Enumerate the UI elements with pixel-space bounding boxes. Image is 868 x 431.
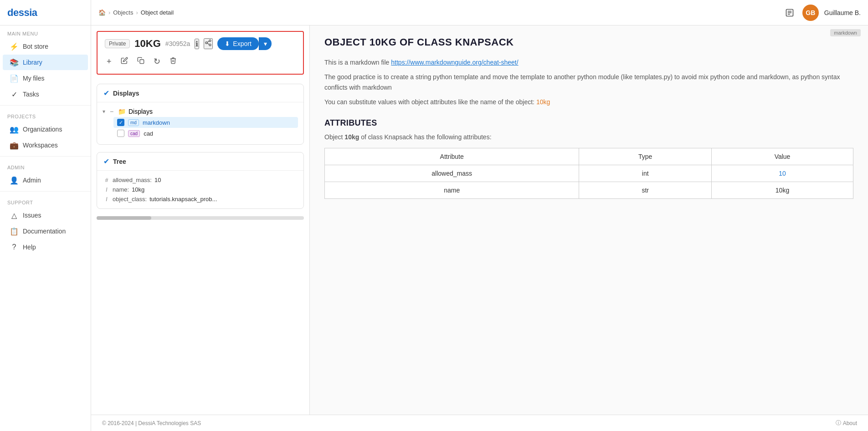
panel-scrollbar[interactable] <box>97 216 304 220</box>
tree-key-0: allowed_mass: <box>113 177 152 183</box>
attr-name-0: allowed_mass <box>325 165 579 182</box>
export-caret-button[interactable]: ▾ <box>259 37 272 50</box>
attr-name-1: name <box>325 182 579 198</box>
sidebar-item-organizations[interactable]: 👥 Organizations <box>3 122 88 137</box>
tree-item-0: # allowed_mass: 10 <box>103 175 297 185</box>
toolbar-row-2: + ↻ <box>105 55 296 68</box>
sidebar-item-library[interactable]: 📚 Library <box>3 55 88 70</box>
sidebar-item-label: My files <box>23 75 44 82</box>
sidebar-item-label: Documentation <box>23 228 66 235</box>
display-item-markdown[interactable]: ✓ md markdown <box>113 117 298 128</box>
delete-button[interactable] <box>168 55 179 68</box>
minus-icon: − <box>108 108 115 115</box>
breadcrumb: 🏠 › Objects › Object detail <box>98 9 174 16</box>
tree-icon-italic-2: I <box>103 196 110 203</box>
display-item-cad[interactable]: cad cad <box>113 128 298 139</box>
tree-item-1: I name: 10kg <box>103 185 297 194</box>
sidebar-item-label: Issues <box>23 212 41 219</box>
sidebar-item-label: Tasks <box>23 91 39 98</box>
display-label-markdown: markdown <box>143 119 170 126</box>
svg-point-5 <box>205 42 207 44</box>
attributes-table: Attribute Type Value allowed_mass int 10… <box>324 148 853 199</box>
display-type-cad: cad <box>128 130 140 137</box>
user-initials: GB <box>806 9 815 16</box>
attr-intro-post: of class Knapsack has the following attr… <box>359 133 491 141</box>
user-avatar[interactable]: GB <box>802 5 819 21</box>
breadcrumb-objects[interactable]: Objects <box>113 9 133 16</box>
footer-copyright: © 2016-2024 | DessiA Technologies SAS <box>102 420 201 426</box>
display-label-cad: cad <box>144 130 153 137</box>
breadcrumb-sep-2: › <box>136 9 138 16</box>
share-button[interactable] <box>204 38 213 49</box>
footer: © 2016-2024 | DessiA Technologies SAS ⓘ … <box>91 415 868 431</box>
displays-title: Displays <box>113 90 139 97</box>
displays-section: ✔ Displays ▾ − 📁 Displays ✓ <box>97 84 304 145</box>
about-label: About <box>843 420 857 426</box>
intro-paragraph-3: You can substitute values with object at… <box>324 97 853 107</box>
organizations-icon: 👥 <box>10 125 18 133</box>
download-icon: ⬇ <box>225 40 230 47</box>
col-attribute: Attribute <box>325 148 579 165</box>
sidebar-item-issues[interactable]: △ Issues <box>3 208 88 223</box>
svg-rect-9 <box>140 60 144 64</box>
display-type-md: md <box>128 119 139 126</box>
main-content: 🏠 › Objects › Object detail GB Guillaume… <box>91 0 868 431</box>
tree-list: # allowed_mass: 10 I name: 10kg I object… <box>97 171 303 208</box>
notes-icon[interactable] <box>782 5 797 20</box>
checkbox-checked-icon: ✓ <box>117 119 124 126</box>
private-badge: Private <box>105 39 130 48</box>
checkbox-unchecked-icon <box>117 130 124 137</box>
home-icon[interactable]: 🏠 <box>98 9 106 16</box>
sidebar-section-support: Support △ Issues 📋 Documentation ? Help <box>0 194 91 255</box>
export-button[interactable]: ⬇ Export <box>217 37 258 50</box>
sidebar-item-bot-store[interactable]: ⚡ Bot store <box>3 39 88 54</box>
sidebar-item-workspaces[interactable]: 💼 Workspaces <box>3 137 88 153</box>
attr-type-1: str <box>579 182 712 198</box>
export-button-group: ⬇ Export ▾ <box>217 37 271 50</box>
tree-header: ✔ Tree <box>97 152 303 171</box>
sidebar-item-help[interactable]: ? Help <box>3 239 88 255</box>
table-row: allowed_mass int 10 <box>325 165 853 182</box>
intro-highlight: 10kg <box>536 98 550 106</box>
library-icon: 📚 <box>10 58 18 66</box>
about-link[interactable]: ⓘ About <box>836 419 857 427</box>
attr-type-0: int <box>579 165 712 182</box>
copy-button[interactable] <box>135 55 146 68</box>
sidebar-item-label: Organizations <box>23 126 62 133</box>
displays-check-icon: ✔ <box>103 89 109 97</box>
logo-text: dessia <box>7 7 37 19</box>
sidebar-item-documentation[interactable]: 📋 Documentation <box>3 223 88 239</box>
sidebar-item-my-files[interactable]: 📄 My files <box>3 71 88 86</box>
attr-value-0[interactable]: 10 <box>712 165 853 182</box>
toolbar-row-1: Private 10KG #30952a ℹ ⬇ Export ▾ <box>105 37 296 50</box>
sidebar-label-main: Main menu <box>0 25 91 38</box>
info-button[interactable]: ℹ <box>195 39 199 49</box>
col-type: Type <box>579 148 712 165</box>
tree-value-0: 10 <box>154 177 161 183</box>
expand-icon: ▾ <box>103 108 105 115</box>
right-content: markdown OBJECT 10KG OF CLASS KNAPSACK T… <box>310 25 868 415</box>
breadcrumb-current: Object detail <box>141 9 174 16</box>
sidebar-label-admin: Admin <box>0 159 91 172</box>
markdown-badge: markdown <box>830 29 861 36</box>
display-group-label: Displays <box>128 108 153 115</box>
intro-link[interactable]: https://www.markdownguide.org/cheat-shee… <box>391 59 518 66</box>
col-value: Value <box>712 148 853 165</box>
add-button[interactable]: + <box>105 55 113 68</box>
left-panel: Private 10KG #30952a ℹ ⬇ Export ▾ <box>91 25 310 415</box>
panel-scrollbar-thumb <box>97 216 151 220</box>
top-bar-right: GB Guillaume B. <box>782 5 861 21</box>
display-group-header[interactable]: ▾ − 📁 Displays <box>103 106 298 117</box>
sidebar-section-main: Main menu ⚡ Bot store 📚 Library 📄 My fil… <box>0 25 91 102</box>
sidebar-item-tasks[interactable]: ✓ Tasks <box>3 86 88 102</box>
edit-button[interactable] <box>119 55 130 68</box>
object-toolbar: Private 10KG #30952a ℹ ⬇ Export ▾ <box>97 31 304 75</box>
refresh-button[interactable]: ↻ <box>152 55 162 68</box>
issues-icon: △ <box>10 211 18 219</box>
attr-intro-pre: Object <box>324 133 344 141</box>
tree-key-2: object_class: <box>113 196 147 203</box>
sidebar-item-admin[interactable]: 👤 Admin <box>3 172 88 188</box>
tree-section: ✔ Tree # allowed_mass: 10 I name: 10kg <box>97 152 304 209</box>
tree-icon-hash: # <box>103 177 110 183</box>
intro-paragraph-2: The good practice is to create a string … <box>324 72 853 92</box>
